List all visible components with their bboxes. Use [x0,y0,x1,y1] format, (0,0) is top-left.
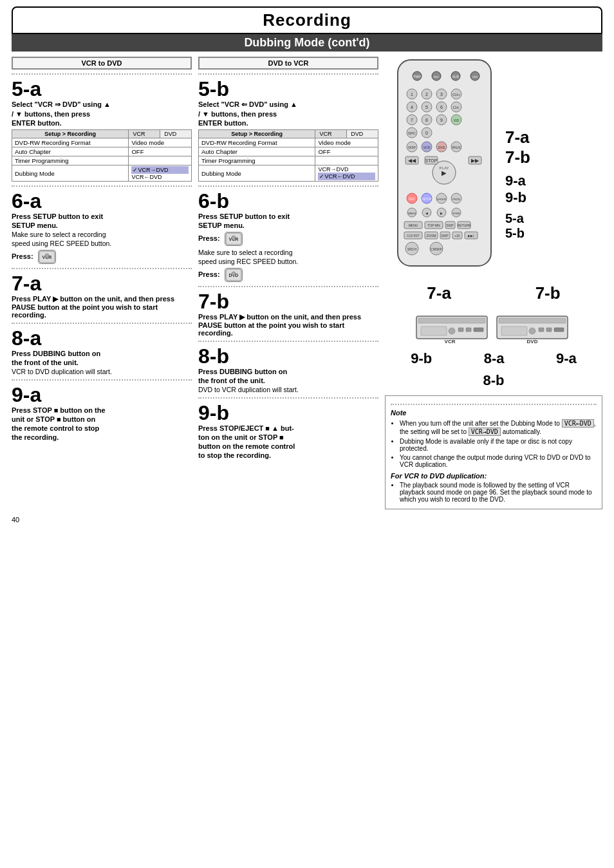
svg-rect-107 [474,328,483,332]
svg-rect-110 [499,318,566,323]
step-6b-press2: Press: DVD [198,268,378,282]
svg-point-112 [529,328,535,334]
step-8b-body: DVD to VCR duplication will start. [198,386,378,393]
label-7a: 7-a [505,127,530,147]
divider-7b-top [198,286,378,287]
svg-text:▶: ▶ [440,211,443,215]
svg-text:3: 3 [440,92,443,97]
step-7a-num: 7-a [12,273,192,294]
device-illustration: VCR DVD [385,310,602,346]
svg-text:PLAY: PLAY [440,166,449,170]
svg-text:VID: VID [454,118,460,122]
svg-text:SETUP: SETUP [422,198,431,201]
svg-text:DISP: DISP [408,146,416,149]
svg-text:ENTER: ENTER [437,198,446,201]
svg-text:5: 5 [425,105,428,109]
svg-text:SKIP: SKIP [441,234,449,238]
vcr-left-dvd-arrow: VCR←DVD [562,419,594,428]
step-9b-bold2: ton on the unit or STOP ■ [198,433,378,441]
row-autoch-label-5a: Auto Chapter [12,147,129,156]
svg-text:RETURN: RETURN [458,223,471,227]
bottom-label-row-1: 9-b 8-a 9-a [385,350,602,367]
note-sub-item-1: The playback sound mode is followed by t… [400,482,597,503]
tab-dvd-5b: DVD [347,130,378,138]
vcr-button-icon-6b: VCR [225,232,243,246]
svg-text:1: 1 [411,92,413,97]
label-9b: 9-b [505,189,530,206]
note-list: When you turn off the unit after set the… [391,419,597,468]
step-8b-bold1: Press DUBBING button on [198,368,378,375]
step-5a-text1: Select "VCR ⇒ DVD" using ▲ [12,100,192,109]
svg-text:◀◀: ◀◀ [408,158,416,164]
step-6a-num: 6-a [12,191,192,211]
step-6a-body1: Make sure to select a recording [12,231,192,238]
svg-text:0: 0 [425,131,428,135]
step-9b-bold1: Press STOP/EJECT ■ ▲ but- [198,424,378,432]
step-6a-bold2: SETUP menu. [12,222,192,229]
label-7b: 7-b [505,147,530,167]
step-6b: 6-b Press SETUP button to exit SETUP men… [198,191,378,282]
step-5b-num: 5-b [198,79,378,99]
step-5a-num: 5-a [12,79,192,99]
svg-text:6: 6 [440,105,443,109]
menu-header-5b: Setup > Recording [199,130,315,138]
svg-text:SPC: SPC [408,131,416,135]
divider-9b-top [198,397,378,399]
step-5b-text1: Select "VCR ⇐ DVD" using ▲ [198,100,378,109]
step-8a: 8-a Press DUBBING button on the front of… [12,328,192,375]
right-step-labels: 7-a 7-b 9-a 9-b 5-a 5-b [505,57,530,241]
svg-text:RTRN: RTRN [452,212,460,215]
svg-text:TOP MN: TOP MN [427,223,440,227]
svg-text:REC: REC [434,75,440,79]
step-9b-bold3: button on the remote control [198,442,378,450]
row-dvdrw-label-5a: DVD-RW Recording Format [12,138,129,147]
step-9b-bold4: to stop the recording. [198,451,378,459]
svg-text:CH-: CH- [453,106,460,109]
note-box: Note When you turn off the unit after se… [385,395,602,509]
svg-point-8 [232,272,236,276]
remote-svg: PWR REC AUD OPN 1 2 [385,57,504,276]
row-dvdrw-val-5b: Video mode [315,138,378,147]
svg-text:7: 7 [411,118,413,122]
step-6a-press: Press: VCR [12,250,192,264]
svg-text:◀: ◀ [425,211,428,215]
step-5a-text2: / ▼ buttons, then press [12,110,192,118]
svg-text:REC: REC [409,198,415,201]
right-column: PWR REC AUD OPN 1 2 [385,57,602,509]
svg-text:▶▶|: ▶▶| [468,234,474,238]
menu-table-5b: Setup > Recording VCR DVD DVD-RW Recordi… [198,129,378,182]
step-5a-text3: ENTER button. [12,119,192,127]
label-9b-bottom: 9-b [411,350,432,367]
step-9b: 9-b Press STOP/EJECT ■ ▲ but- ton on the… [198,402,378,459]
remote-illustration: PWR REC AUD OPN 1 2 [385,57,504,277]
divider-6a-top [12,185,192,187]
step-5b-text2: / ▼ buttons, then press [198,110,378,118]
row-dub-label-5a: Dubbing Mode [12,165,129,182]
note-item-2: Dubbing Mode is available only if the ta… [400,438,597,452]
svg-text:PROG: PROG [452,198,460,201]
svg-rect-114 [546,328,552,332]
tab-vcr-5b: VCR [315,130,347,138]
step-9b-num: 9-b [198,402,378,423]
svg-rect-106 [466,328,471,332]
row-timer-label-5a: Timer Programming [12,156,129,165]
main-title: Recording [12,6,602,34]
svg-text:STOP: STOP [425,158,438,163]
step-5a: 5-a Select "VCR ⇒ DVD" using ▲ / ▼ butto… [12,79,192,182]
svg-text:SRCH: SRCH [407,247,417,251]
step-7b-bold: Press PLAY ▶ button on the unit, and the… [198,313,378,337]
svg-point-5 [232,236,236,240]
content-area: VCR to DVD 5-a Select "VCR ⇒ DVD" using … [12,57,602,509]
svg-text:CMSKP: CMSKP [431,247,442,251]
svg-point-104 [449,328,455,334]
dvd-button-icon-6b: DVD [225,268,243,282]
label-8b-bottom: 8-b [483,372,505,389]
remote-section: PWR REC AUD OPN 1 2 [385,57,602,277]
svg-text:AUD: AUD [452,75,460,79]
row-autoch-val-5b: OFF [315,147,378,156]
svg-text:SKIP: SKIP [446,223,454,227]
step-7b-num: 7-b [198,291,378,312]
step-6a-bold1: Press SETUP button to exit [12,212,192,220]
step-9a-bold3: the remote control to stop [12,424,192,432]
step-6b-bold2: SETUP menu. [198,222,378,229]
